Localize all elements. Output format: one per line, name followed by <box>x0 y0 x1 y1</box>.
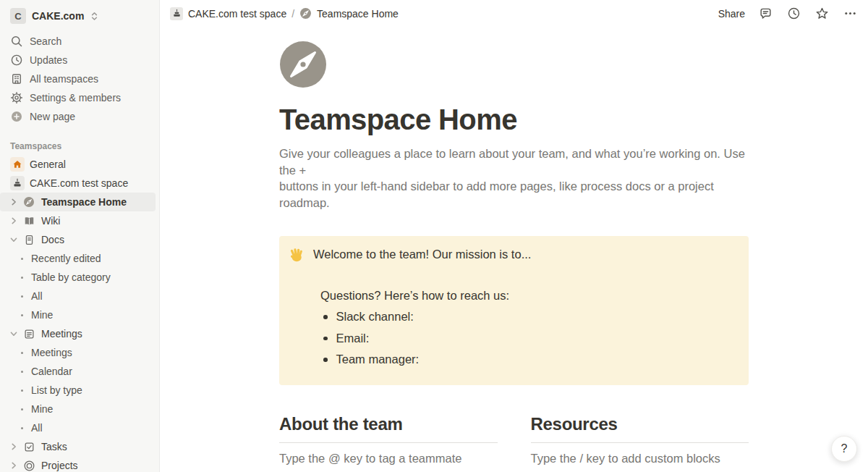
bullet-icon <box>21 295 23 298</box>
callout-heading-row: 👋 Welcome to the team! Our mission is to… <box>289 248 737 263</box>
sidebar-item-label: All <box>31 290 43 302</box>
sidebar-item-label: Wiki <box>41 215 60 227</box>
sidebar-item-updates[interactable]: Updates <box>0 51 159 69</box>
chevron-right-icon[interactable] <box>8 196 20 208</box>
bullet-icon <box>21 408 23 410</box>
sidebar-item-projects[interactable]: Projects <box>0 456 159 472</box>
workspace-switcher[interactable]: C CAKE.com <box>0 6 159 26</box>
share-button[interactable]: Share <box>718 8 745 20</box>
bullet-icon <box>21 427 23 429</box>
sidebar-item-search[interactable]: Search <box>0 32 159 51</box>
page-scroll-area: Teamspace Home Give your colleagues a pl… <box>160 27 868 472</box>
workspace-switcher-icon <box>90 11 99 22</box>
page-title[interactable]: Teamspace Home <box>279 104 749 136</box>
sidebar-item-label: Recently edited <box>31 253 101 264</box>
list-item[interactable]: Slack channel: <box>323 306 737 328</box>
sidebar-item-label: Tasks <box>41 441 67 452</box>
welcome-callout[interactable]: 👋 Welcome to the team! Our mission is to… <box>279 236 749 385</box>
breadcrumb: CAKE.com test space / Teamspace Home <box>170 7 399 20</box>
top-actions: Share <box>718 6 858 22</box>
two-column-section: About the team Type the @ key to tag a t… <box>279 414 749 465</box>
sidebar-item-label: Search <box>30 35 61 47</box>
top-bar: CAKE.com test space / Teamspace Home Sha… <box>160 0 868 27</box>
plus-circle-icon <box>10 110 23 123</box>
main-area: CAKE.com test space / Teamspace Home Sha… <box>160 0 868 472</box>
sidebar-item-label: Calendar <box>31 366 72 377</box>
column-placeholder-text[interactable]: Type the / key to add custom blocks <box>531 452 749 465</box>
sidebar-subitem-all[interactable]: All <box>0 287 159 305</box>
checkbox-icon <box>22 440 35 453</box>
sidebar-subitem-calendar[interactable]: Calendar <box>0 362 159 381</box>
sidebar-subitem-all-2[interactable]: All <box>0 418 159 437</box>
sidebar-subitem-mine-2[interactable]: Mine <box>0 400 159 418</box>
sidebar-item-label: Table by category <box>31 271 111 283</box>
bullet-icon <box>21 258 23 260</box>
callout-bullet-list: Slack channel: Email: Team manager: <box>323 306 737 371</box>
column-placeholder-text[interactable]: Type the @ key to tag a teammate <box>279 452 498 465</box>
list-item[interactable]: Email: <box>323 328 737 350</box>
sidebar-item-docs[interactable]: Docs <box>0 230 159 249</box>
sidebar-item-label: Mine <box>31 403 53 415</box>
page-description[interactable]: Give your colleagues a place to learn ab… <box>279 146 749 211</box>
sidebar-item-label: All teamspaces <box>30 73 98 85</box>
notion-app: C CAKE.com Search Updates <box>0 0 868 472</box>
breadcrumb-space[interactable]: CAKE.com test space <box>170 7 286 20</box>
callout-heading: Welcome to the team! Our mission is to..… <box>313 248 531 261</box>
house-icon <box>10 157 25 172</box>
sidebar-item-label: Updates <box>30 54 67 66</box>
sidebar-item-label: CAKE.com test space <box>30 177 128 189</box>
sidebar-item-all-teamspaces[interactable]: All teamspaces <box>0 69 159 88</box>
sidebar-subitem-mine[interactable]: Mine <box>0 305 159 324</box>
callout-intro[interactable]: Questions? Here’s how to reach us: <box>320 289 737 303</box>
breadcrumb-page[interactable]: Teamspace Home <box>299 7 399 20</box>
sidebar-item-teamspace-home[interactable]: Teamspace Home <box>0 193 156 211</box>
sidebar-item-general[interactable]: General <box>0 155 159 174</box>
sidebar-subitem-recently-edited[interactable]: Recently edited <box>0 249 159 268</box>
cake-icon <box>10 176 25 190</box>
sidebar-item-cake-test-space[interactable]: CAKE.com test space <box>0 174 159 193</box>
sidebar-item-wiki[interactable]: Wiki <box>0 211 159 230</box>
bullet-icon <box>21 389 23 392</box>
sidebar-subitem-list-by-type[interactable]: List by type <box>0 381 159 400</box>
sidebar-item-label: General <box>30 159 66 170</box>
favorite-star-icon[interactable] <box>814 6 830 22</box>
document-icon <box>22 233 35 246</box>
page-content: Teamspace Home Give your colleagues a pl… <box>279 41 749 465</box>
sidebar-item-tasks[interactable]: Tasks <box>0 437 159 456</box>
waving-hand-emoji[interactable]: 👋 <box>289 248 304 263</box>
column-heading[interactable]: About the team <box>279 414 498 434</box>
history-clock-icon[interactable] <box>786 6 801 22</box>
column-heading[interactable]: Resources <box>531 414 749 434</box>
sidebar-item-label: Docs <box>41 234 64 245</box>
sidebar-subitem-meetings[interactable]: Meetings <box>0 343 159 362</box>
sidebar-item-settings[interactable]: Settings & members <box>0 88 159 107</box>
sidebar-menu: Search Updates All teamspaces Settings &… <box>0 32 159 126</box>
breadcrumb-space-label: CAKE.com test space <box>188 8 286 20</box>
gear-icon <box>10 91 23 104</box>
chevron-down-icon[interactable] <box>8 234 20 245</box>
list-item-label: Slack channel: <box>336 310 414 324</box>
bullet-icon <box>21 371 23 373</box>
chevron-right-icon[interactable] <box>8 441 20 452</box>
teamspaces-section-label: Teamspaces <box>0 138 159 155</box>
bullet-icon <box>323 337 328 341</box>
more-ellipsis-icon[interactable] <box>842 6 858 22</box>
list-item[interactable]: Team manager: <box>323 349 737 371</box>
compass-icon <box>22 195 35 208</box>
sidebar-item-meetings[interactable]: Meetings <box>0 324 159 343</box>
sidebar-item-new-page[interactable]: New page <box>0 107 159 126</box>
sidebar-subitem-table-by-category[interactable]: Table by category <box>0 268 159 287</box>
chevron-down-icon[interactable] <box>8 328 20 340</box>
comments-icon[interactable] <box>757 6 773 22</box>
chevron-right-icon[interactable] <box>8 460 20 471</box>
chevron-right-icon[interactable] <box>8 215 20 227</box>
column-about-the-team: About the team Type the @ key to tag a t… <box>279 414 498 465</box>
sidebar-item-label: Meetings <box>41 328 82 340</box>
bullet-icon <box>323 315 328 319</box>
teamspaces-building-icon <box>10 72 23 85</box>
page-compass-icon[interactable] <box>279 41 327 88</box>
page-description-line: Give your colleagues a place to learn ab… <box>279 146 749 178</box>
updates-clock-icon <box>10 54 23 67</box>
sidebar: C CAKE.com Search Updates <box>0 0 160 472</box>
help-button[interactable]: ? <box>831 436 857 462</box>
